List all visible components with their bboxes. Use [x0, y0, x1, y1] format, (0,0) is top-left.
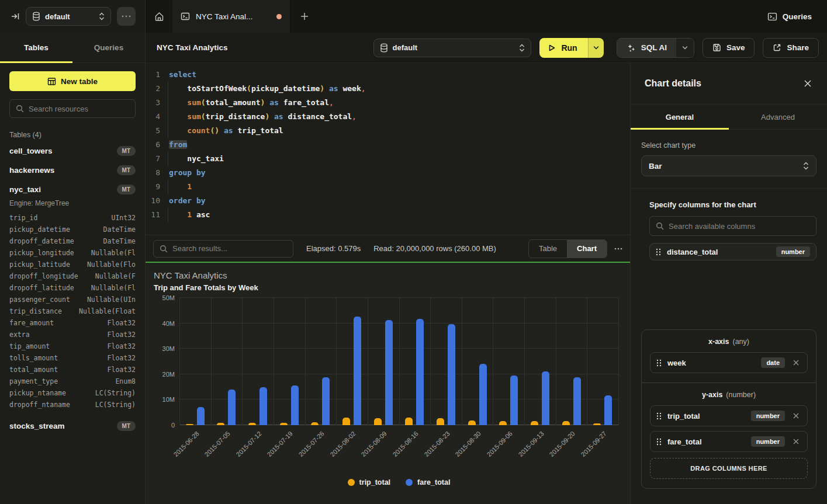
table-column-row[interactable]: dropoff_longitudeNullable(F	[9, 270, 136, 282]
sql-editor[interactable]: 1select2 toStartOfWeek(pickup_datetime) …	[146, 63, 630, 235]
table-column-row[interactable]: total_amountFloat32	[9, 364, 136, 376]
x-tick-label: 2015-07-26	[297, 430, 326, 458]
bar-fare_total[interactable]	[228, 390, 236, 425]
sql-ai-button[interactable]: SQL AI	[617, 39, 676, 57]
bar-trip_total[interactable]	[468, 420, 476, 425]
column-name: dropoff_longitude	[9, 270, 78, 282]
table-row[interactable]: hackernewsMT	[9, 161, 136, 180]
close-panel-button[interactable]	[802, 78, 813, 89]
table-engine-label: Engine: MergeTree	[9, 199, 136, 207]
table-column-row[interactable]: tip_amountFloat32	[9, 340, 136, 352]
database-selector[interactable]: default	[26, 7, 111, 26]
sidebar-more-options-button[interactable]	[117, 7, 136, 26]
bar-fare_total[interactable]	[322, 377, 330, 425]
bar-trip_total[interactable]	[531, 421, 538, 425]
panel-tab-advanced[interactable]: Advanced	[729, 105, 827, 129]
legend-item-trip_total[interactable]: trip_total	[348, 478, 390, 486]
bar-fare_total[interactable]	[416, 319, 424, 425]
table-column-row[interactable]: pickup_longitudeNullable(Fl	[9, 247, 136, 259]
code-line: 8group by	[146, 166, 630, 180]
axes-card: x-axis(any) weekdate y-axis(number) trip…	[641, 329, 816, 489]
panel-tab-general[interactable]: General	[631, 105, 729, 129]
remove-column-button[interactable]	[791, 436, 801, 447]
bar-fare_total[interactable]	[291, 385, 299, 425]
y-axis-items: trip_totalnumberfare_totalnumber	[650, 405, 808, 452]
table-column-row[interactable]: dropoff_datetimeDateTime	[9, 235, 136, 247]
run-options-button[interactable]	[588, 38, 604, 58]
table-column-row[interactable]: dropoff_ntanameLC(String)	[9, 399, 136, 411]
x-tick-label: 2015-06-28	[172, 430, 200, 458]
save-button[interactable]: Save	[703, 38, 755, 58]
view-toggle-table[interactable]: Table	[529, 240, 567, 258]
sidebar-search-input[interactable]	[29, 105, 129, 113]
bar-fare_total[interactable]	[385, 320, 393, 425]
legend-dot	[406, 479, 413, 486]
bar-fare_total[interactable]	[510, 376, 518, 425]
sql-ai-button-group: SQL AI	[617, 38, 694, 58]
queries-button[interactable]: Queries	[752, 0, 827, 33]
table-column-row[interactable]: fare_amountFloat32	[9, 317, 136, 329]
bar-fare_total[interactable]	[479, 364, 487, 425]
bar-trip_total[interactable]	[437, 418, 444, 425]
table-column-row[interactable]: trip_distanceNullable(Float	[9, 305, 136, 317]
toolbar-database-selector[interactable]: default	[373, 39, 532, 57]
chart-subtitle: Trip and Fare Totals by Week	[154, 283, 618, 292]
column-pill-fare_total[interactable]: fare_totalnumber	[650, 431, 808, 452]
bar-group	[336, 298, 368, 425]
bar-trip_total[interactable]	[374, 418, 382, 425]
column-pill-week[interactable]: weekdate	[650, 352, 808, 373]
results-search-input[interactable]	[172, 244, 287, 253]
new-tab-button[interactable]	[290, 0, 319, 33]
table-column-row[interactable]: pickup_ntanameLC(String)	[9, 387, 136, 399]
bar-group	[493, 298, 524, 425]
sql-ai-options-button[interactable]	[676, 39, 694, 57]
bar-fare_total[interactable]	[573, 377, 581, 425]
table-row[interactable]: nyc_taxiMT	[9, 180, 136, 199]
legend-item-fare_total[interactable]: fare_total	[406, 478, 450, 486]
chart-plot[interactable]	[179, 298, 618, 425]
home-button[interactable]	[146, 0, 172, 33]
table-column-row[interactable]: pickup_datetimeDateTime	[9, 224, 136, 235]
bar-fare_total[interactable]	[542, 371, 549, 425]
bar-fare_total[interactable]	[448, 324, 455, 425]
engine-badge: MT	[117, 185, 136, 194]
table-column-row[interactable]: pickup_latitudeNullable(Flo	[9, 259, 136, 270]
column-pill-distance_total[interactable]: distance_totalnumber	[649, 243, 816, 260]
collapse-sidebar-button[interactable]	[11, 12, 20, 21]
column-type: DateTime	[103, 224, 136, 235]
table-column-row[interactable]: tolls_amountFloat32	[9, 352, 136, 364]
bar-trip_total[interactable]	[342, 418, 350, 425]
query-tab[interactable]: NYC Taxi Anal...	[172, 0, 290, 33]
bar-trip_total[interactable]	[405, 418, 413, 425]
table-column-row[interactable]: extraFloat32	[9, 329, 136, 340]
table-row[interactable]: stocks_streamMT	[9, 416, 136, 436]
save-icon	[712, 43, 721, 52]
bar-fare_total[interactable]	[354, 317, 361, 425]
chart-type-dropdown[interactable]: Bar	[641, 155, 816, 176]
drag-columns-drop-zone[interactable]: DRAG COLUMNS HERE	[650, 458, 808, 479]
table-column-row[interactable]: passenger_countNullable(UIn	[9, 294, 136, 305]
bar-fare_total[interactable]	[604, 395, 612, 425]
collapse-sidebar-icon	[11, 12, 20, 21]
share-button[interactable]: Share	[763, 38, 819, 58]
table-column-row[interactable]: payment_typeEnum8	[9, 376, 136, 387]
run-button[interactable]: Run	[539, 38, 587, 58]
view-toggle-chart[interactable]: Chart	[567, 240, 607, 258]
sidebar-tab-tables[interactable]: Tables	[0, 33, 72, 62]
elapsed-stat: Elapsed: 0.579s	[306, 244, 361, 253]
x-tick-label: 2015-07-05	[203, 430, 231, 458]
table-column-row[interactable]: trip_idUInt32	[9, 212, 136, 224]
new-table-button[interactable]: New table	[9, 71, 136, 91]
tables-list: cell_towersMThackernewsMTnyc_taxiMTEngin…	[9, 141, 136, 436]
remove-column-button[interactable]	[791, 357, 801, 368]
results-more-options-button[interactable]	[614, 248, 622, 250]
sidebar-tab-queries[interactable]: Queries	[72, 33, 145, 62]
bar-fare_total[interactable]	[259, 387, 267, 425]
column-pill-trip_total[interactable]: trip_totalnumber	[650, 405, 808, 426]
table-row[interactable]: cell_towersMT	[9, 141, 136, 161]
bar-group	[368, 298, 399, 425]
table-column-row[interactable]: dropoff_latitudeNullable(Fl	[9, 282, 136, 294]
columns-search-input[interactable]	[669, 222, 810, 231]
bar-fare_total[interactable]	[197, 407, 205, 425]
remove-column-button[interactable]	[791, 411, 801, 421]
